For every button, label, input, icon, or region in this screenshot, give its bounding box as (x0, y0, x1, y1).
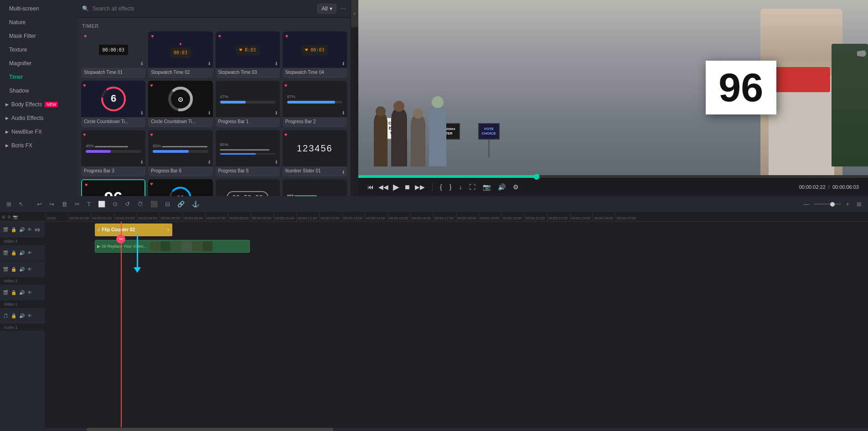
link-button[interactable]: 🔗 (175, 199, 187, 209)
track-eye-v3[interactable]: 👁 (27, 227, 32, 232)
sidebar-section-newblue-fx[interactable]: ▶ NewBlue FX (0, 125, 78, 139)
scrollbar-thumb[interactable] (87, 428, 333, 431)
stop-button[interactable]: ⏹ (404, 183, 410, 191)
ruler-mark-2: 00:00:02:00 (91, 213, 114, 221)
text-button[interactable]: T (84, 199, 93, 209)
effect-item-sw04[interactable]: ♥ ♥ 00:03 ⬇ Stopwatch Time 04 (283, 31, 347, 78)
ruler-mark-25: 00:00:25:00 (615, 213, 638, 221)
effect-item-pb05[interactable]: 65% ▬▬▬▬▬▬▬▬▬▬▬▬ ⬇ Progress Bar 5 (216, 130, 280, 177)
effect-item-sw01[interactable]: ♥ 00:00:03 ⬇ Stopwatch Time 01 (81, 31, 145, 78)
sidebar-item-nature[interactable]: Nature (0, 16, 78, 29)
sidebar-item-multi-screen[interactable]: Multi-screen (0, 2, 78, 16)
track-volume-v2[interactable]: 🔊 (19, 267, 25, 272)
video-progress-bar[interactable] (358, 175, 868, 178)
track-eye-v1[interactable]: 👁 (27, 290, 32, 295)
track-icon-v3: 🎬 (3, 227, 8, 232)
track-labels-panel: ⊞ ⚙ 📷 🎬 🔒 🔊 👁 V3 Video 3 🎬 🔒 🔊 👁 (0, 213, 46, 431)
sidebar-section-boris-fx[interactable]: ▶ Boris FX (0, 139, 78, 152)
clip-icon: ▶ (97, 244, 100, 249)
more-options-button[interactable]: ··· (340, 5, 346, 13)
effect-name: Circle Countdown Ti... (148, 117, 212, 127)
track-settings-icon[interactable]: ⚙ (7, 215, 11, 219)
undo-button[interactable]: ↩ (34, 199, 45, 209)
track-lock-v1[interactable]: 🔒 (11, 290, 16, 295)
redo-button[interactable]: ↪ (46, 199, 57, 209)
ruler-mark-8: 00:00:08:00 (228, 213, 251, 221)
heart-icon: ♥ (150, 132, 153, 137)
effect-item-cc01[interactable]: ♥ 6 ⬇ Circle Countdown Ti... (81, 81, 145, 127)
clip-replace-video[interactable]: ▶ 06 Replace Your Video... (95, 240, 250, 253)
snap-tool[interactable]: ⊞ (4, 199, 14, 209)
effect-item-cst01[interactable]: 00:59:99 ⬇ Capsule Shape Timer 01 (216, 179, 280, 196)
ruler-mark-0: 00:00 (46, 213, 68, 221)
effect-item-cc02[interactable]: ♥ ⊙ ⬇ Circle Countdown Ti... (148, 81, 212, 127)
delete-button[interactable]: 🗑 (59, 199, 70, 209)
track-lock-a1[interactable]: 🔒 (11, 313, 16, 318)
ruler-mark-6: 00:00:06:00 (182, 213, 205, 221)
sidebar-item-timer[interactable]: Timer (0, 70, 78, 84)
audio-button[interactable]: 🔊 (498, 183, 506, 191)
play-button[interactable]: ▶ (393, 182, 399, 192)
select-tool[interactable]: ↖ (16, 199, 26, 209)
track-eye-a1[interactable]: 👁 (27, 313, 32, 318)
grid-button[interactable]: ⊞ (854, 199, 864, 209)
track-eye-v3b[interactable]: 👁 (27, 250, 32, 255)
track-lock-v3[interactable]: 🔒 (11, 227, 16, 232)
ruler-mark-23: 00:00:23:00 (570, 213, 593, 221)
cut-button[interactable]: ✂ (72, 199, 83, 209)
search-input[interactable] (93, 5, 314, 12)
sidebar-section-audio-effects[interactable]: ▶ Audio Effects (0, 111, 78, 125)
video-progress-thumb[interactable] (534, 174, 540, 180)
zoom-slider[interactable] (814, 203, 841, 205)
sidebar-item-magnifier[interactable]: Magnifier (0, 57, 78, 70)
track-lock-v3b[interactable]: 🔒 (11, 250, 16, 255)
anchor-button[interactable]: ⚓ (189, 199, 202, 209)
snap-icon[interactable]: ⊞ (2, 215, 5, 219)
track-eye-v2[interactable]: 👁 (27, 267, 32, 272)
sidebar-item-texture[interactable]: Texture (0, 43, 78, 57)
effect-item-cc03[interactable]: ♥ 16 ⬇ Circle Countdown Ti... (148, 179, 212, 196)
sidebar-section-body-effects[interactable]: ▶ Body Effects NEW (0, 98, 78, 111)
effect-item-sw02[interactable]: ♥ ▼ 00:03 ⬇ Stopwatch Time 02 (148, 31, 212, 78)
composite-tool[interactable]: ⊟ (162, 199, 173, 209)
effect-item-fc02[interactable]: ♥ 96 Flip Counter 02 (81, 179, 145, 196)
zoom-in-button[interactable]: + (843, 199, 852, 209)
collapse-panel-button[interactable]: ‹ (351, 0, 358, 27)
crop-button[interactable]: ⬜ (95, 199, 108, 209)
camera-icon[interactable]: 📷 (13, 215, 18, 219)
track-lock-v2[interactable]: 🔒 (11, 267, 16, 272)
transform-button[interactable]: ↺ (122, 199, 133, 209)
sidebar-item-mask-filter[interactable]: Mask Filter (0, 29, 78, 43)
screenshot-button[interactable]: 📷 (483, 183, 491, 191)
ruler-mark-12: 00:00:12:00 (319, 213, 342, 221)
effect-item-pb01[interactable]: 47% ⬇ Progress Bar 1 (216, 81, 280, 127)
effect-item-pb02[interactable]: ♥ 87% ⬇ Progress Bar 2 (283, 81, 347, 127)
insert-button[interactable]: ↓ (459, 183, 462, 191)
effect-item-ns01[interactable]: ♥ 123456 ⬇ Number Slider 01 (283, 130, 347, 177)
track-volume-a1[interactable]: 🔊 (19, 313, 25, 318)
effect-item-sw03[interactable]: ♥ ♥ 0:03 ⬇ Stopwatch Time 03 (216, 31, 280, 78)
fullscreen-button[interactable]: ⛶ (469, 183, 475, 191)
mark-in-button[interactable]: { (440, 183, 442, 191)
horizontal-scrollbar[interactable] (46, 427, 868, 431)
track-volume-v3[interactable]: 🔊 (19, 227, 25, 232)
download-icon: ⬇ (341, 61, 345, 66)
rotate-button[interactable]: ⊙ (110, 199, 120, 209)
layout-tool[interactable]: ⬛ (148, 199, 160, 209)
frame-back-button[interactable]: ◀◀ (378, 183, 388, 191)
frame-forward-button[interactable]: ▶▶ (415, 183, 425, 191)
filter-dropdown[interactable]: All ▾ (317, 4, 336, 14)
track-volume-v1[interactable]: 🔊 (19, 290, 25, 295)
skip-back-button[interactable]: ⏮ (367, 183, 374, 191)
track-volume-v3b[interactable]: 🔊 (19, 250, 25, 255)
effect-item-pb06[interactable]: ♥ 65% ▬▬▬▬▬▬▬▬▬▬▬ ⬇ Progress Bar 6 (148, 130, 212, 177)
mark-out-button[interactable]: } (450, 183, 452, 191)
effect-name: Stopwatch Time 01 (81, 68, 145, 78)
settings-button[interactable]: ⚙ (513, 183, 519, 191)
zoom-out-button[interactable]: — (801, 199, 812, 209)
effect-item-pb08[interactable]: ■■■ ▬▬▬▬▬▬ ⬇ Progress Bar 8 (283, 179, 347, 196)
sidebar-item-shadow[interactable]: Shadow (0, 84, 78, 98)
effect-item-pb03[interactable]: ♥ 45% ▬▬▬▬▬▬▬▬ ⬇ Progress Bar 3 (81, 130, 145, 177)
clip-flip-counter-02[interactable]: ♥ Flip Counter 02 ♥ (95, 223, 172, 236)
timer-tool[interactable]: ⏱ (134, 199, 146, 209)
